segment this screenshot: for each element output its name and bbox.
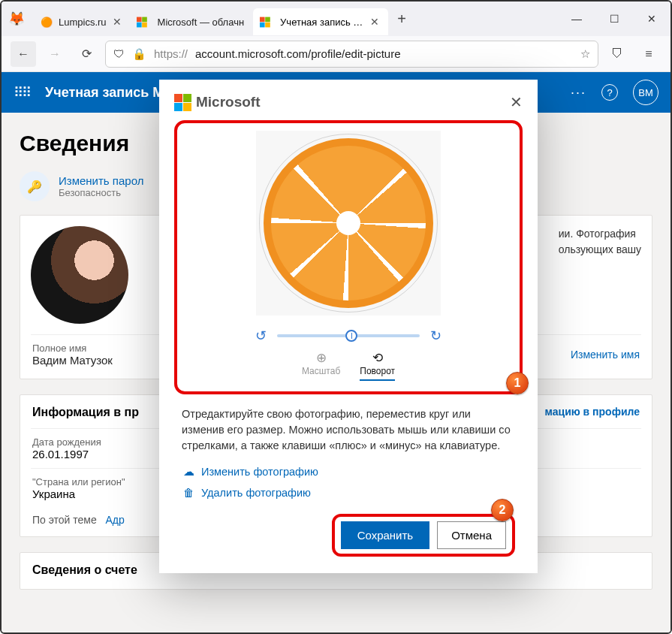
related-link[interactable]: Адр: [105, 514, 124, 526]
tab-account[interactable]: Учетная запись Май ✕: [253, 8, 388, 35]
photo-hint: ии. Фотография: [559, 226, 641, 242]
tab-label: Lumpics.ru: [59, 17, 107, 28]
window-titlebar: 🦊 🟠 Lumpics.ru ✕ Microsoft — облачн Учет…: [2, 2, 670, 36]
section-title: Информация в пр: [32, 406, 139, 419]
callout-marker-2: 2: [491, 499, 514, 521]
change-photo-link[interactable]: ☁ Изменить фотографию: [159, 461, 538, 482]
lock-icon[interactable]: 🔒: [132, 47, 146, 61]
tab-microsoft-cloud[interactable]: Microsoft — облачн: [131, 8, 254, 35]
overflow-menu[interactable]: ···: [571, 85, 586, 101]
rotate-icon: ⟲: [360, 350, 395, 366]
maximize-button[interactable]: ☐: [595, 13, 633, 25]
slider-thumb[interactable]: [345, 330, 357, 342]
account-avatar[interactable]: ВМ: [633, 80, 658, 105]
save-button[interactable]: Сохранить: [341, 521, 430, 549]
tab-zoom[interactable]: ⊕ Масштаб: [302, 350, 340, 376]
annotation-box-1: ↺ ↻ ⊕ Масштаб ⟲ Поворот 1: [174, 120, 523, 394]
cancel-button[interactable]: Отмена: [437, 521, 506, 549]
delete-photo-label: Удалить фотографию: [201, 487, 311, 499]
close-icon[interactable]: ✕: [113, 16, 122, 28]
zoom-icon: ⊕: [302, 350, 340, 366]
rotate-right-icon[interactable]: ↻: [430, 328, 441, 344]
app-menu-button[interactable]: ≡: [636, 41, 661, 67]
tab-label: Учетная запись Май: [280, 17, 364, 28]
toolbar: ← → ⟳ 🛡 🔒 https://account.microsoft.com/…: [2, 36, 670, 72]
favicon-ms: [262, 16, 274, 28]
url-scheme: https://: [154, 47, 188, 60]
forward-button: →: [42, 41, 68, 67]
favicon-lumpics: 🟠: [41, 16, 53, 28]
full-name-value: Вадим Матузок: [32, 354, 113, 367]
pocket-icon[interactable]: ⛉: [604, 41, 630, 67]
url-text: account.microsoft.com/profile/edit-pictu…: [195, 47, 400, 60]
tab-label: Microsoft — облачн: [158, 17, 245, 28]
section-title: Сведения о счете: [32, 563, 137, 577]
edit-photo-dialog: Microsoft ✕ ↺ ↻ ⊕ Масштаб ⟲ Поворот 1 От…: [159, 80, 538, 573]
callout-marker-1: 1: [506, 372, 529, 394]
crop-circle-handle[interactable]: [259, 134, 438, 312]
bookmark-icon[interactable]: ☆: [580, 47, 590, 61]
close-icon[interactable]: ✕: [370, 16, 379, 28]
microsoft-logo-icon: [174, 94, 191, 111]
photo-crop-area[interactable]: [256, 131, 441, 315]
address-bar[interactable]: 🛡 🔒 https://account.microsoft.com/profil…: [105, 41, 598, 68]
delete-photo-link[interactable]: 🗑 Удалить фотографию: [159, 482, 538, 503]
favicon-ms: [140, 16, 152, 28]
full-name-label: Полное имя: [32, 343, 113, 354]
profile-photo[interactable]: [31, 226, 128, 324]
header-title: Учетная запись М: [45, 85, 164, 101]
cloud-upload-icon: ☁: [182, 466, 195, 478]
trash-icon: 🗑: [182, 487, 195, 499]
annotation-box-2: 2 Сохранить Отмена: [332, 514, 515, 557]
tab-rotate[interactable]: ⟲ Поворот: [360, 350, 395, 381]
rotate-left-icon[interactable]: ↺: [255, 328, 267, 344]
minimize-button[interactable]: —: [558, 13, 595, 25]
photo-hint: ользующих вашу: [559, 242, 641, 258]
related-label: По этой теме: [32, 514, 97, 526]
change-password-link[interactable]: Изменить парол: [59, 174, 143, 187]
app-launcher-icon[interactable]: ⠿⠿: [14, 84, 30, 101]
reload-button[interactable]: ⟳: [74, 41, 99, 67]
tab-rotate-label: Поворот: [360, 366, 395, 376]
help-icon[interactable]: ?: [601, 84, 618, 101]
security-caption: Безопасность: [59, 187, 143, 198]
microsoft-brand: Microsoft: [196, 94, 261, 110]
firefox-menu-button[interactable]: 🦊: [2, 11, 32, 27]
rotate-slider[interactable]: [277, 334, 420, 337]
new-tab-button[interactable]: +: [388, 11, 415, 28]
close-window-button[interactable]: ✕: [633, 13, 670, 25]
back-button[interactable]: ←: [11, 41, 36, 67]
tab-zoom-label: Масштаб: [302, 366, 340, 376]
close-dialog-button[interactable]: ✕: [510, 93, 523, 111]
edit-name-link[interactable]: Изменить имя: [571, 349, 640, 361]
edit-profile-link[interactable]: мацию в профиле: [545, 406, 640, 419]
shield-icon[interactable]: 🛡: [113, 47, 125, 60]
change-photo-label: Изменить фотографию: [201, 466, 318, 478]
key-icon: 🔑: [20, 171, 50, 201]
tab-lumpics[interactable]: 🟠 Lumpics.ru ✕: [32, 8, 131, 35]
instructions-text: Отредактируйте свою фотографию, перемест…: [159, 402, 538, 461]
